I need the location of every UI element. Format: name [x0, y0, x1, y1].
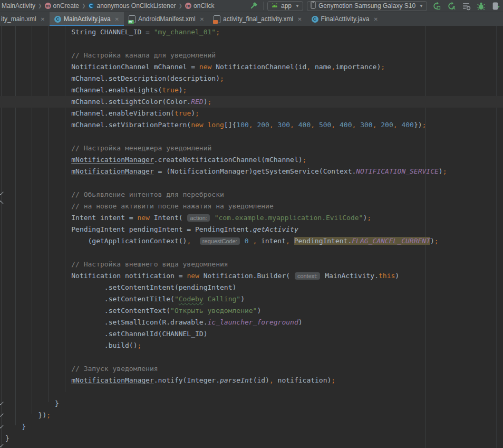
breadcrumb-label: onCreate: [53, 2, 79, 9]
code-line: mChannel.enableLights(true);: [0, 84, 503, 96]
code-line: // Настройка менеджера уведомлений: [0, 142, 503, 154]
parameter-hint: requestCode:: [200, 237, 240, 245]
layout-xml-file-icon: [214, 15, 220, 23]
code-line: mChannel.setVibrationPattern(new long[]{…: [0, 119, 503, 131]
code-line: mChannel.setLightColor(Color.RED);: [0, 96, 503, 108]
code-line: [0, 247, 503, 259]
code-line: mNotificationManager.notify(Integer.pars…: [0, 375, 503, 386]
tab-mainactivity-java[interactable]: CMainActivity.java✕: [50, 12, 124, 26]
code-line: mNotificationManager = (NotificationMana…: [0, 166, 503, 177]
close-icon[interactable]: ✕: [41, 16, 45, 22]
phone-icon: [311, 1, 316, 11]
close-icon[interactable]: ✕: [200, 16, 204, 22]
tab-label: MainActivity.java: [64, 15, 110, 23]
code-line: .setContentIntent(pendingIntent): [0, 282, 503, 293]
breadcrumb-label: onClick: [194, 2, 214, 9]
device-select[interactable]: Genymotion Samsung Galaxy S10 ▼: [307, 1, 427, 11]
breadcrumb-item-onclick[interactable]: monClick: [185, 2, 214, 9]
code-line: }: [0, 433, 503, 444]
breadcrumb-separator: ❯: [38, 3, 42, 8]
parameter-hint: action:: [187, 214, 209, 222]
toolbar-right: app ▼ Genymotion Samsung Galaxy S10 ▼ A: [248, 1, 503, 11]
code-line: PendingIntent pendingIntent = PendingInt…: [0, 224, 503, 235]
chevron-down-icon: ▼: [419, 4, 423, 8]
code-line: .build();: [0, 340, 503, 351]
code-line: // на новое активити после нажатия на ув…: [0, 201, 503, 212]
code-line: mChannel.enableVibration(true);: [0, 108, 503, 119]
code-line: .setChannelId(CHANNEL_ID): [0, 328, 503, 340]
tab-finalacttivity-java[interactable]: CFinalActtivity.java✕: [307, 12, 383, 26]
method-icon: m: [185, 3, 191, 9]
apply-code-changes-icon[interactable]: A: [446, 1, 457, 11]
breadcrumb-separator: ❯: [82, 3, 86, 8]
manifest-file-icon: MF: [129, 15, 136, 23]
code-line: // Обьявление интентов для переброски: [0, 189, 503, 201]
tab-label: ity_main.xml: [1, 15, 36, 23]
device-label: Genymotion Samsung Galaxy S10: [318, 2, 415, 9]
code-line: NotificationChannel mChannel = new Notif…: [0, 61, 503, 73]
code-line: String CHANNEL_ID = "my_channel_01";: [0, 26, 503, 38]
rerun-icon[interactable]: [431, 1, 442, 11]
tab-bar: ity_main.xml✕CMainActivity.java✕MFAndroi…: [0, 12, 503, 26]
java-class-icon: C: [54, 16, 61, 23]
code-line: Notification notification = new Notifica…: [0, 270, 503, 282]
tab-androidmanifest-xml[interactable]: MFAndroidManifest.xml✕: [124, 12, 209, 26]
java-class-icon: C: [312, 16, 318, 23]
code-line: Intent intent = new Intent( action: "com…: [0, 212, 503, 224]
code-line: (getApplicationContext(), requestCode: 0…: [0, 235, 503, 247]
tab-label: activity_final_acttivity.xml: [223, 15, 293, 23]
profiler-icon[interactable]: [460, 1, 472, 11]
anonymous-class-icon: [88, 3, 94, 9]
breadcrumb: MainActivity❯monCreate❯anonymous OnClick…: [0, 2, 214, 9]
code-line: [0, 177, 503, 189]
tab-label: AndroidManifest.xml: [138, 15, 196, 23]
close-icon[interactable]: ✕: [373, 16, 378, 22]
navigation-toolbar: MainActivity❯monCreate❯anonymous OnClick…: [0, 0, 503, 12]
code-line: mNotificationManager.createNotificationC…: [0, 154, 503, 166]
run-configuration-label: app: [281, 2, 292, 9]
code-line: }: [0, 398, 503, 409]
run-action-icons: A: [431, 1, 501, 11]
close-icon[interactable]: ✕: [115, 16, 119, 22]
attach-device-icon[interactable]: [490, 1, 501, 11]
code-line: [0, 38, 503, 50]
code-line: // Настройка канала для уведомлений: [0, 50, 503, 61]
code-line: .setSmallIcon(R.drawable.ic_launcher_for…: [0, 317, 503, 328]
tab-label: FinalActtivity.java: [321, 15, 370, 23]
breadcrumb-label: anonymous OnClickListener: [96, 2, 176, 9]
run-configuration-select[interactable]: app ▼: [267, 1, 303, 11]
code-line: // Настройка внешнего вида уведомления: [0, 259, 503, 270]
ide-window: MainActivity❯monCreate❯anonymous OnClick…: [0, 0, 503, 448]
code-line: });: [0, 409, 503, 421]
code-line: }: [0, 421, 503, 433]
build-hammer-icon[interactable]: [248, 1, 259, 11]
breadcrumb-item-oncreate[interactable]: monCreate: [45, 2, 79, 9]
toolbar-divider: [263, 2, 264, 10]
svg-text:A: A: [451, 5, 455, 11]
breadcrumb-separator: ❯: [179, 3, 183, 8]
parameter-hint: context:: [295, 272, 321, 280]
tab-ity-main-xml[interactable]: ity_main.xml✕: [0, 12, 50, 26]
debug-icon[interactable]: [475, 1, 487, 11]
close-icon[interactable]: ✕: [297, 16, 302, 22]
code-line: [0, 131, 503, 142]
code-line: [0, 351, 503, 363]
code-line: .setContentTitle("Codeby Calling"): [0, 293, 503, 305]
code-area: String CHANNEL_ID = "my_channel_01"; // …: [0, 26, 503, 444]
code-line: [0, 386, 503, 398]
breadcrumb-item-anonymous-onclicklistener[interactable]: anonymous OnClickListener: [88, 2, 176, 9]
editor[interactable]: String CHANNEL_ID = "my_channel_01"; // …: [0, 26, 503, 448]
method-icon: m: [45, 3, 51, 9]
code-line: mChannel.setDescription(description);: [0, 73, 503, 84]
code-line: // Запуск уведомления: [0, 363, 503, 375]
chevron-down-icon: ▼: [295, 4, 299, 8]
breadcrumb-label: MainActivity: [2, 2, 35, 9]
code-line: .setContentText("Открыть уведомление"): [0, 305, 503, 317]
android-icon: [271, 2, 278, 9]
breadcrumb-item-mainactivity[interactable]: MainActivity: [2, 2, 35, 9]
tab-activity-final-acttivity-xml[interactable]: activity_final_acttivity.xml✕: [209, 12, 307, 26]
